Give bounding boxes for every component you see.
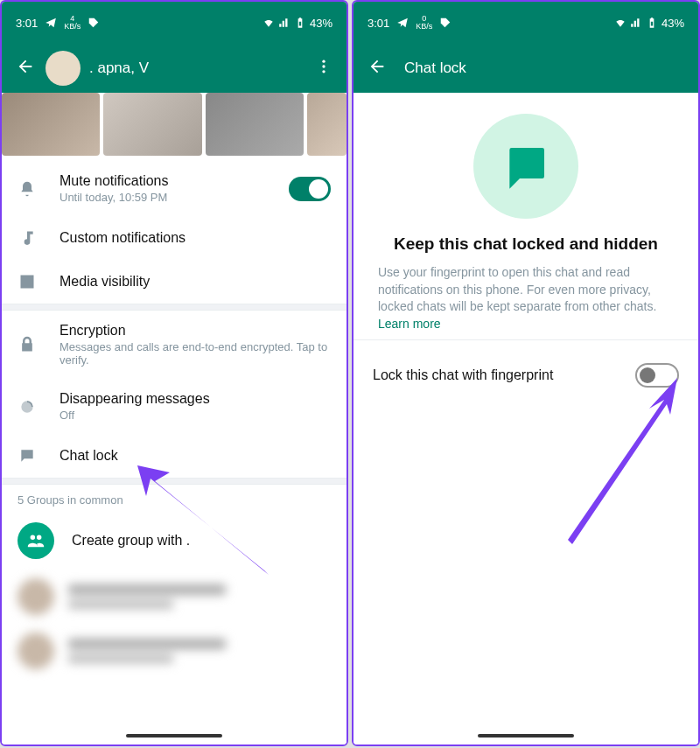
svg-point-1 bbox=[322, 65, 325, 67]
media-thumb[interactable] bbox=[103, 93, 201, 156]
mute-label: Mute notifications bbox=[60, 173, 266, 189]
battery-icon bbox=[294, 17, 306, 29]
timer-icon bbox=[18, 397, 37, 416]
group-item-blurred[interactable] bbox=[2, 570, 346, 624]
lock-icon bbox=[18, 335, 37, 354]
disappearing-label: Disappearing messages bbox=[60, 391, 331, 407]
phone-left: 3:01 4KB/s 43% . apna, V bbox=[0, 0, 348, 746]
disappearing-row[interactable]: Disappearing messages Off bbox=[2, 379, 346, 434]
phone-right: 3:01 0KB/s 43% Chat lock Keep this chat … bbox=[352, 0, 700, 746]
learn-more-link[interactable]: Learn more bbox=[378, 317, 441, 331]
statusbar: 3:01 0KB/s 43% bbox=[354, 2, 698, 44]
chat-lock-label: Chat lock bbox=[60, 448, 331, 464]
hero-desc: Use your fingerprint to open this chat a… bbox=[374, 264, 677, 332]
wifi-icon bbox=[614, 17, 626, 29]
wifi-icon bbox=[262, 17, 275, 29]
svg-point-2 bbox=[322, 70, 325, 73]
content: Keep this chat locked and hidden Use you… bbox=[354, 93, 698, 745]
more-button[interactable] bbox=[308, 51, 340, 86]
media-vis-label: Media visibility bbox=[60, 274, 331, 290]
groups-common-label: 5 Groups in common bbox=[2, 485, 346, 512]
media-thumb[interactable] bbox=[206, 93, 304, 156]
chat-lock-hero: Keep this chat locked and hidden Use you… bbox=[354, 93, 698, 339]
group-item-blurred[interactable] bbox=[2, 624, 346, 678]
encryption-row[interactable]: Encryption Messages and calls are end-to… bbox=[2, 311, 346, 379]
svg-point-0 bbox=[322, 60, 325, 63]
telegram-icon bbox=[396, 17, 409, 29]
media-visibility-row[interactable]: Media visibility bbox=[2, 260, 346, 304]
media-thumb[interactable] bbox=[2, 93, 100, 156]
status-battery: 43% bbox=[662, 17, 684, 30]
page-title: Chat lock bbox=[404, 59, 691, 77]
back-button[interactable] bbox=[9, 50, 42, 87]
media-strip[interactable] bbox=[2, 93, 346, 161]
content-scroll[interactable]: Mute notifications Until today, 10:59 PM… bbox=[2, 93, 346, 745]
status-kbs: 0KB/s bbox=[416, 15, 432, 31]
status-time: 3:01 bbox=[16, 17, 38, 30]
lock-fingerprint-switch[interactable] bbox=[635, 363, 679, 388]
contact-avatar[interactable] bbox=[46, 51, 80, 86]
telegram-icon bbox=[45, 17, 57, 29]
media-thumb[interactable] bbox=[307, 93, 346, 156]
status-battery: 43% bbox=[310, 17, 332, 30]
mute-sub: Until today, 10:59 PM bbox=[60, 191, 266, 204]
group-icon bbox=[18, 522, 54, 559]
signal-icon bbox=[630, 17, 642, 29]
tag-icon bbox=[88, 17, 100, 29]
bell-icon bbox=[18, 179, 37, 199]
hero-title: Keep this chat locked and hidden bbox=[394, 234, 658, 254]
status-time: 3:01 bbox=[368, 17, 389, 30]
contact-name: . apna, V bbox=[89, 59, 308, 77]
custom-notif-label: Custom notifications bbox=[60, 230, 331, 246]
header: Chat lock bbox=[354, 44, 698, 93]
back-button[interactable] bbox=[360, 50, 394, 87]
status-kbs: 4KB/s bbox=[64, 15, 80, 31]
nav-handle[interactable] bbox=[478, 734, 574, 738]
encryption-sub: Messages and calls are end-to-end encryp… bbox=[60, 340, 331, 367]
nav-handle[interactable] bbox=[126, 734, 222, 738]
create-group-label: Create group with . bbox=[72, 533, 190, 549]
create-group-row[interactable]: Create group with . bbox=[2, 512, 346, 570]
tag-icon bbox=[439, 17, 452, 29]
header: . apna, V bbox=[2, 44, 346, 93]
custom-notifications-row[interactable]: Custom notifications bbox=[2, 216, 346, 260]
encryption-label: Encryption bbox=[60, 323, 331, 339]
signal-icon bbox=[278, 17, 290, 29]
chat-lock-row[interactable]: Chat lock bbox=[2, 434, 346, 478]
disappearing-sub: Off bbox=[60, 409, 331, 422]
lock-chat-icon bbox=[473, 114, 578, 219]
lock-fingerprint-label: Lock this chat with fingerprint bbox=[373, 367, 553, 383]
lock-fingerprint-row[interactable]: Lock this chat with fingerprint bbox=[354, 340, 698, 410]
chat-lock-icon bbox=[18, 446, 37, 465]
mute-switch[interactable] bbox=[289, 177, 331, 201]
statusbar: 3:01 4KB/s 43% bbox=[2, 2, 346, 44]
image-icon bbox=[18, 272, 37, 291]
battery-icon bbox=[646, 17, 658, 29]
note-icon bbox=[18, 228, 37, 248]
mute-notifications-row[interactable]: Mute notifications Until today, 10:59 PM bbox=[2, 161, 346, 216]
